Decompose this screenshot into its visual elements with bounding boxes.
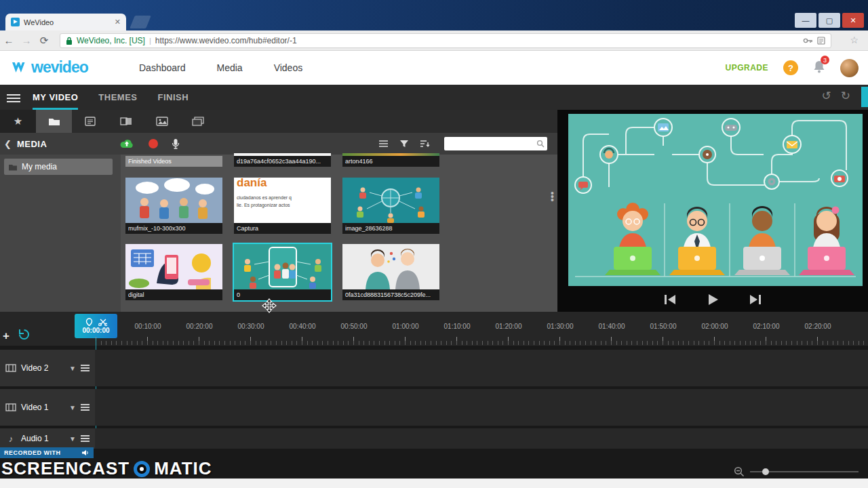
window-maximize-button[interactable]: ▢ — [818, 13, 840, 28]
zoom-out-icon[interactable] — [734, 466, 745, 477]
media-item-label: 0 — [234, 289, 331, 300]
window-close-button[interactable]: ✕ — [842, 13, 864, 28]
tab-close-icon[interactable]: ✕ — [115, 18, 121, 26]
media-item[interactable]: image_28636288 — [342, 178, 439, 234]
upgrade-link[interactable]: UPGRADE — [725, 63, 768, 73]
record-icon[interactable] — [149, 139, 158, 148]
window-minimize-button[interactable]: — — [795, 13, 816, 28]
media-item-selected[interactable]: 0 — [234, 244, 331, 300]
browser-tab[interactable]: WeVideo ✕ — [5, 14, 126, 30]
track-menu-icon[interactable] — [81, 403, 90, 413]
notifications-button[interactable]: 3 — [813, 60, 825, 76]
list-view-icon[interactable] — [378, 140, 389, 148]
ruler-label: 00:50:00 — [328, 323, 380, 332]
save-page-icon[interactable] — [817, 37, 825, 45]
filter-icon[interactable] — [399, 140, 409, 148]
media-item-label: digital — [125, 289, 222, 300]
track-menu-icon[interactable] — [81, 434, 90, 444]
track-audio-1: ♪ Audio 1 ▼ — [0, 428, 868, 449]
ruler-label: 02:10:00 — [741, 323, 792, 332]
track-header[interactable]: Video 2 ▼ — [0, 350, 95, 386]
tab-themes[interactable]: THEMES — [98, 85, 137, 110]
track-lane[interactable] — [95, 389, 868, 426]
ruler-label: 01:40:00 — [586, 323, 637, 332]
track-header[interactable]: Video 1 ▼ — [0, 389, 95, 426]
screencast-o-matic-logo-icon — [134, 461, 150, 477]
sidebar-item-my-media[interactable]: My media — [4, 159, 113, 175]
undo-icon[interactable]: ↺ — [822, 89, 831, 103]
media-thumbnail — [234, 244, 331, 289]
url-box[interactable]: WeVideo, Inc. [US] | https://www.wevideo… — [60, 33, 831, 48]
folder-icon — [8, 163, 18, 171]
tab-backgrounds[interactable] — [180, 110, 216, 133]
mic-icon[interactable] — [172, 138, 180, 150]
back-icon[interactable]: ← — [0, 35, 18, 46]
play-icon[interactable] — [706, 292, 719, 307]
track-lane[interactable] — [95, 350, 868, 386]
previous-icon[interactable] — [663, 293, 677, 306]
layers-icon — [192, 117, 204, 126]
menu-icon[interactable] — [7, 92, 20, 104]
media-item[interactable]: digital — [125, 244, 222, 300]
search-input[interactable] — [447, 140, 536, 148]
video-preview[interactable] — [568, 114, 863, 286]
sort-icon[interactable] — [420, 140, 430, 148]
media-item-label: d19a76a4cf0652c3aa44a190... — [234, 156, 331, 167]
nav-videos[interactable]: Videos — [274, 62, 303, 73]
panel-resize-handle[interactable]: ••• — [551, 192, 554, 202]
track-menu-icon[interactable] — [81, 363, 90, 373]
track-header[interactable]: ♪ Audio 1 ▼ — [0, 428, 95, 449]
back-chevron-icon[interactable]: ❮ — [4, 139, 12, 149]
playhead-box[interactable]: 00:00:00 — [75, 314, 117, 338]
timeline-header: + 00:00:00 — [0, 312, 868, 346]
wevideo-logo[interactable]: wevideo — [11, 58, 88, 77]
media-item[interactable]: danía ciudadanos es aprender q lie. Es p… — [234, 178, 331, 234]
media-item-label: Finished Videos — [125, 156, 222, 167]
tab-my-video[interactable]: MY VIDEO — [33, 85, 78, 110]
track-lane[interactable] — [95, 428, 868, 449]
zoom-slider-handle[interactable] — [762, 468, 769, 475]
mouse-cursor — [262, 298, 277, 316]
key-icon[interactable] — [803, 37, 813, 44]
media-item[interactable]: mufmix_-10-300x300 — [125, 178, 222, 234]
forward-icon[interactable]: → — [18, 35, 35, 46]
tab-text[interactable] — [72, 110, 108, 133]
add-track-icon[interactable]: + — [3, 329, 9, 343]
media-item[interactable]: 0fa31cd8883156738c5c209fe... — [342, 244, 439, 300]
bottom-scroll-strip[interactable] — [0, 479, 868, 488]
media-item-partial[interactable]: d19a76a4cf0652c3aa44a190... — [234, 153, 331, 167]
media-item-partial[interactable]: Finished Videos — [125, 156, 222, 167]
chevron-down-icon[interactable]: ▼ — [69, 435, 76, 443]
panel-edge-handle[interactable] — [861, 87, 868, 107]
redo-icon[interactable]: ↻ — [841, 89, 850, 103]
upload-cloud-icon[interactable] — [119, 138, 135, 149]
nav-media[interactable]: Media — [217, 62, 243, 73]
star-icon: ★ — [14, 115, 22, 127]
tab-my-media[interactable] — [36, 110, 72, 133]
avatar[interactable] — [840, 59, 859, 77]
zoom-slider[interactable] — [750, 471, 859, 472]
timeline-ruler[interactable]: 00:10:0000:20:0000:30:0000:40:0000:50:00… — [122, 323, 844, 332]
tab-finish[interactable]: FINISH — [158, 85, 189, 110]
media-sidebar: My media — [0, 155, 121, 312]
tab-images[interactable] — [144, 110, 180, 133]
help-icon[interactable]: ? — [783, 60, 798, 75]
tab-transitions[interactable] — [108, 110, 144, 133]
next-icon[interactable] — [748, 293, 763, 306]
chevron-down-icon[interactable]: ▼ — [69, 404, 76, 411]
tab-title: WeVideo — [24, 18, 111, 26]
search-box[interactable] — [444, 137, 547, 150]
media-item-partial[interactable]: arton4166 — [342, 153, 439, 167]
media-content: My media Finished Videos d19a76a4cf0652c… — [0, 155, 557, 312]
nav-dashboard[interactable]: Dashboard — [139, 62, 186, 73]
wevideo-favicon — [11, 18, 20, 26]
track-video-2: Video 2 ▼ — [0, 350, 868, 386]
new-tab-button[interactable] — [130, 16, 151, 28]
url-separator: | — [149, 37, 151, 45]
tab-favorites[interactable]: ★ — [0, 110, 36, 133]
bookmark-star-icon[interactable]: ☆ — [850, 35, 859, 45]
history-undo-icon[interactable] — [18, 329, 30, 342]
chevron-down-icon[interactable]: ▼ — [69, 365, 76, 372]
timeline-zoom-control — [734, 466, 859, 477]
refresh-icon[interactable]: ⟳ — [35, 35, 53, 47]
